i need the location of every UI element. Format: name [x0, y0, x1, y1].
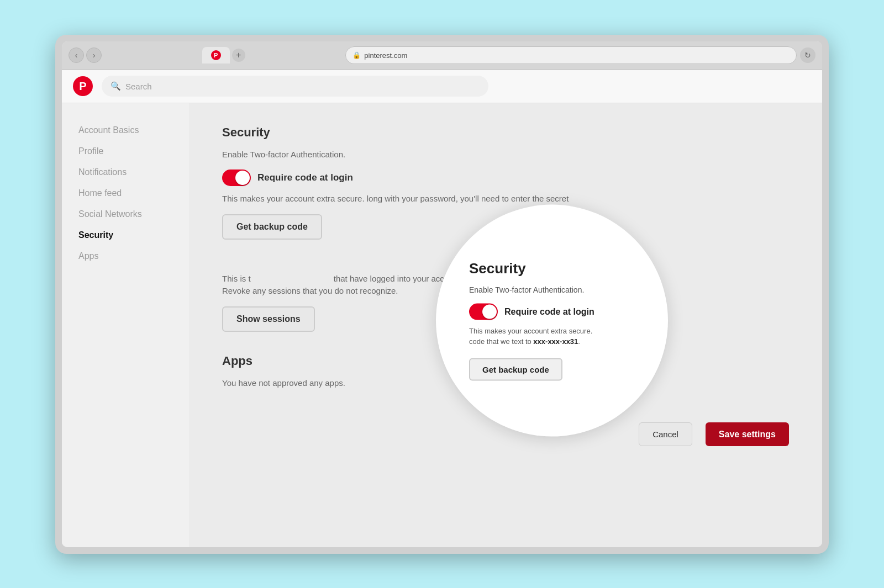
sidebar-item-notifications[interactable]: Notifications	[78, 162, 189, 183]
laptop-frame: ‹ › P + 🔒 pinterest.com ↻ P	[55, 35, 829, 554]
url-text: pinterest.com	[364, 51, 407, 60]
security-section: Security Enable Two-factor Authenticatio…	[222, 125, 789, 240]
toggle-knob	[235, 171, 250, 185]
address-bar[interactable]: 🔒 pinterest.com	[345, 46, 797, 64]
back-button[interactable]: ‹	[69, 47, 84, 63]
save-settings-button[interactable]: Save settings	[706, 422, 789, 446]
sidebar-item-profile[interactable]: Profile	[78, 141, 189, 162]
forward-button[interactable]: ›	[86, 47, 102, 63]
sidebar-item-social-networks[interactable]: Social Networks	[78, 204, 189, 225]
lock-icon: 🔒	[352, 51, 361, 59]
search-bar[interactable]: 🔍 Search	[102, 76, 488, 97]
reload-button[interactable]: ↻	[800, 47, 815, 63]
content-area: Security Enable Two-factor Authenticatio…	[189, 103, 822, 547]
site-header: P 🔍 Search	[62, 70, 822, 103]
get-backup-code-button[interactable]: Get backup code	[222, 214, 322, 240]
search-icon: 🔍	[110, 81, 121, 91]
sidebar-item-account-basics[interactable]: Account Basics	[78, 120, 189, 141]
toggle-label: Require code at login	[257, 172, 353, 183]
browser-content: P 🔍 Search Account Basics Profile	[62, 70, 822, 547]
security-body-text: This makes your account extra secure. lo…	[222, 193, 789, 205]
sidebar-item-home-feed[interactable]: Home feed	[78, 183, 189, 204]
tab-favicon: P	[211, 50, 221, 60]
cancel-button[interactable]: Cancel	[639, 422, 692, 446]
overlay-phone: xxx-xxx-xx31	[533, 337, 578, 346]
sessions-description: This is t that have logged into your acc…	[222, 273, 789, 298]
security-title: Security	[222, 125, 789, 140]
two-factor-description: Enable Two-factor Authentication.	[222, 149, 789, 161]
nav-buttons: ‹ ›	[69, 47, 102, 63]
sidebar-item-security[interactable]: Security	[78, 225, 189, 246]
browser-toolbar: ‹ › P + 🔒 pinterest.com ↻	[62, 41, 822, 70]
browser-window: ‹ › P + 🔒 pinterest.com ↻ P	[62, 41, 822, 547]
footer-buttons: Cancel Save settings	[222, 411, 789, 446]
two-factor-toggle[interactable]	[222, 169, 251, 186]
sidebar-item-apps[interactable]: Apps	[78, 246, 189, 267]
toggle-row: Require code at login	[222, 169, 789, 186]
show-sessions-button[interactable]: Show sessions	[222, 306, 315, 332]
overlay-get-backup-code-button[interactable]: Get backup code	[469, 358, 562, 380]
overlay-body-after: .	[578, 337, 580, 346]
browser-tab[interactable]: P	[202, 47, 230, 63]
main-layout: Account Basics Profile Notifications Hom…	[62, 103, 822, 547]
new-tab-button[interactable]: +	[232, 49, 245, 62]
pinterest-logo: P	[73, 76, 93, 96]
sidebar: Account Basics Profile Notifications Hom…	[62, 103, 189, 547]
tab-bar: P +	[106, 47, 341, 63]
address-bar-wrapper: 🔒 pinterest.com ↻	[345, 46, 815, 64]
sessions-section: This is t that have logged into your acc…	[222, 273, 789, 332]
search-placeholder: Search	[125, 82, 152, 91]
